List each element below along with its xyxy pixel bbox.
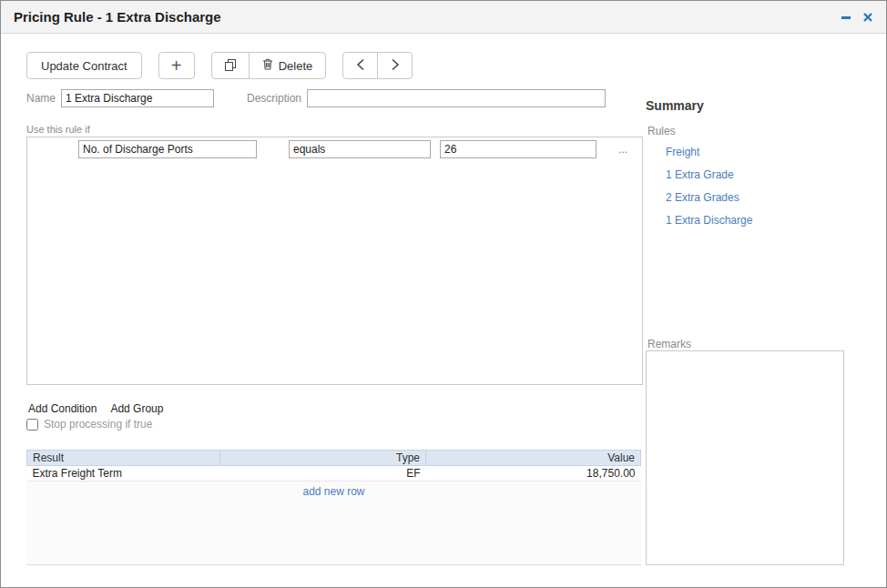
summary-rule-link-1-extra-discharge[interactable]: 1 Extra Discharge [666,214,752,227]
chevron-left-icon [356,58,365,74]
minimize-icon[interactable] [839,10,853,25]
remarks-textarea[interactable] [646,350,844,565]
condition-builder-panel: ... [26,137,643,385]
more-options-button[interactable]: ... [618,143,627,156]
description-label: Description [247,92,301,105]
remarks-label: Remarks [647,338,691,350]
dialog-title: Pricing Rule - 1 Extra Discharge [14,9,221,25]
column-header-result: Result [27,451,220,466]
summary-heading: Summary [646,98,704,113]
plus-icon: + [171,56,182,76]
rules-list: Freight 1 Extra Grade 2 Extra Grades 1 E… [666,146,752,227]
name-label: Name [26,92,56,105]
column-header-value: Value [426,451,641,466]
previous-rule-button[interactable] [342,52,378,79]
results-section: Result Type Value Extra Freight Term EF … [26,450,641,565]
summary-rule-link-1-extra-grade[interactable]: 1 Extra Grade [666,168,752,181]
condition-field-select[interactable] [78,140,257,158]
condition-operator-select[interactable] [289,140,431,158]
delete-button-label: Delete [279,59,313,73]
results-table: Result Type Value Extra Freight Term EF … [26,450,641,482]
dialog-body: Update Contract + [1,35,886,587]
column-header-type: Type [220,451,426,466]
trash-icon [262,58,273,73]
cell-result[interactable]: Extra Freight Term [27,466,220,482]
add-group-link[interactable]: Add Group [110,402,163,415]
summary-rule-link-2-extra-grades[interactable]: 2 Extra Grades [666,191,752,204]
results-header-row: Result Type Value [27,451,641,466]
nav-button-group [342,52,413,79]
description-field[interactable] [307,89,606,107]
condition-actions: Add Condition Add Group [28,402,163,415]
add-new-row-link[interactable]: add new row [26,485,641,498]
add-rule-button[interactable]: + [158,52,195,79]
use-this-rule-if-label: Use this rule if [26,124,90,135]
titlebar-tools [839,10,875,25]
table-row[interactable]: Extra Freight Term EF 18,750.00 [27,466,641,482]
add-condition-link[interactable]: Add Condition [28,402,97,415]
delete-button[interactable]: Delete [249,52,327,79]
condition-row: ... [27,140,642,158]
pricing-rule-dialog: Pricing Rule - 1 Extra Discharge Update … [0,0,887,588]
name-description-row: Name Description [26,89,606,107]
chevron-right-icon [391,58,400,74]
name-field[interactable] [61,89,214,107]
copy-button[interactable] [211,52,250,79]
copy-icon [224,58,237,74]
copy-delete-button-group: Delete [211,52,327,79]
stop-processing-label: Stop processing if true [44,418,152,431]
cell-type[interactable]: EF [220,466,426,482]
stop-processing-checkbox[interactable] [26,419,38,431]
close-icon[interactable] [861,10,875,25]
dialog-titlebar: Pricing Rule - 1 Extra Discharge [1,1,886,34]
rules-label: Rules [647,125,676,137]
toolbar: Update Contract + [26,52,429,79]
next-rule-button[interactable] [377,52,413,79]
update-contract-button[interactable]: Update Contract [26,52,142,79]
summary-rule-link-freight[interactable]: Freight [666,146,752,158]
condition-value-field[interactable] [440,140,596,158]
cell-value[interactable]: 18,750.00 [426,466,641,482]
stop-processing-row: Stop processing if true [26,418,152,431]
